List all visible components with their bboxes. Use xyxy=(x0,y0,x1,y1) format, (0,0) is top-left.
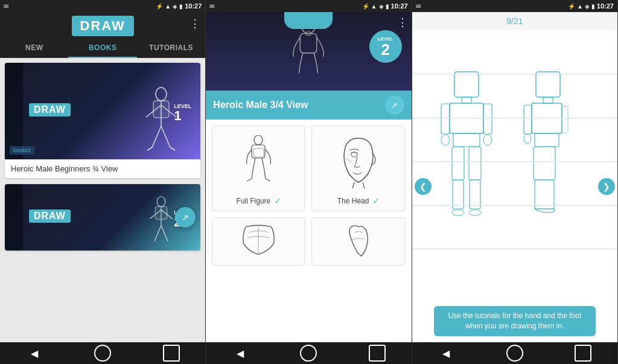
battery-icon-3: ▮ xyxy=(591,3,595,10)
full-figure-svg xyxy=(242,135,275,190)
svg-rect-36 xyxy=(452,147,464,180)
item-full-figure[interactable]: Full Figure ✓ xyxy=(212,126,305,211)
svg-rect-42 xyxy=(536,72,560,97)
svg-point-20 xyxy=(254,135,263,145)
recents-button[interactable] xyxy=(163,345,180,362)
book-cover-content: DRAW LEVEL 1 xyxy=(5,97,200,125)
share-icon: ↗ xyxy=(182,212,189,222)
status-icons-right-2: ⚡ ▲ ◈ ▮ 10:27 xyxy=(362,2,408,10)
recents-button-2[interactable] xyxy=(369,345,386,362)
book-title-1: Heroic Male Beginners ¾ View xyxy=(5,159,200,178)
back-button[interactable]: ◀ xyxy=(26,345,43,362)
status-bar-1: ✉ ⚡ ▲ ◈ ▮ 10:27 xyxy=(0,0,205,12)
check-full-figure: ✓ xyxy=(274,196,281,206)
home-button-2[interactable] xyxy=(300,345,317,362)
battery-icon-2: ▮ xyxy=(386,3,389,10)
svg-rect-28 xyxy=(454,72,479,97)
nav-bar-1: ◀ xyxy=(0,342,205,364)
panel-chapter: ✉ ⚡ ▲ ◈ ▮ 10:27 ⋮ LEVEL 2 xyxy=(206,0,412,364)
status-icons-right-3: ⚡ ▲ ◈ ▮ 10:27 xyxy=(568,2,614,10)
items-grid: Full Figure ✓ xyxy=(212,126,405,266)
arms-svg xyxy=(343,224,374,257)
svg-line-23 xyxy=(247,179,252,181)
svg-point-25 xyxy=(351,152,357,157)
clock: 10:27 xyxy=(185,2,202,10)
books-list: DRAW LEVEL 1 xyxy=(0,58,205,342)
bluetooth-icon-2: ⚡ xyxy=(362,3,369,10)
hero-notch xyxy=(284,12,333,29)
message-icon: ✉ xyxy=(4,3,8,10)
item-chest[interactable] xyxy=(212,217,305,266)
svg-point-35 xyxy=(483,135,492,145)
tutorial-header: 9/21 xyxy=(412,12,617,30)
svg-rect-17 xyxy=(301,34,317,53)
svg-line-24 xyxy=(266,179,270,181)
svg-rect-37 xyxy=(469,147,481,180)
svg-line-6 xyxy=(147,147,152,150)
tab-books[interactable]: BOOKS xyxy=(68,39,136,58)
svg-rect-31 xyxy=(453,133,480,147)
tip-text: Use the tutorials for the hand and the f… xyxy=(448,311,581,330)
status-icons-right: ⚡ ▲ ◈ ▮ 10:27 xyxy=(156,2,202,10)
tab-bar: NEW BOOKS TUTORIALS xyxy=(0,39,205,58)
svg-line-27 xyxy=(363,182,365,188)
check-head: ✓ xyxy=(372,196,380,206)
prev-button[interactable]: ❮ xyxy=(415,178,432,195)
chest-svg xyxy=(239,224,278,257)
svg-rect-49 xyxy=(534,147,555,180)
more-button-2[interactable]: ⋮ xyxy=(397,16,408,29)
more-button[interactable]: ⋮ xyxy=(190,17,200,30)
svg-rect-50 xyxy=(535,180,554,209)
battery-icon: ▮ xyxy=(179,3,183,10)
tip-box: Use the tutorials for the hand and the f… xyxy=(434,306,596,336)
clock-3: 10:27 xyxy=(597,2,614,10)
tab-new[interactable]: NEW xyxy=(0,39,68,58)
book-tag-1: book01 xyxy=(10,146,35,155)
book-cover-content-2: DRAW LEVEL 2 xyxy=(5,203,200,231)
book-card-2[interactable]: DRAW LEVEL 2 ↗ xyxy=(5,184,200,251)
message-icon-2: ✉ xyxy=(209,3,214,10)
wifi-icon-3: ◈ xyxy=(585,3,590,10)
app-header: DRAW ⋮ NEW BOOKS TUTORIALS xyxy=(0,12,205,58)
share-button[interactable]: ↗ xyxy=(385,95,404,115)
item-image-chest xyxy=(235,224,283,257)
head-svg xyxy=(337,135,380,190)
panel-books: ✉ ⚡ ▲ ◈ ▮ 10:27 DRAW ⋮ NEW BOOKS TUTORIA… xyxy=(0,0,206,364)
chapter-items: Full Figure ✓ xyxy=(206,120,411,342)
svg-line-26 xyxy=(352,182,354,188)
nav-bar-3: ◀ xyxy=(412,342,617,364)
bluetooth-icon-3: ⚡ xyxy=(568,3,575,10)
next-button[interactable]: ❯ xyxy=(598,178,615,195)
svg-rect-48 xyxy=(562,106,568,133)
home-button[interactable] xyxy=(94,345,111,362)
signal-icon-2: ▲ xyxy=(371,3,377,10)
svg-point-40 xyxy=(452,209,464,216)
recents-button-3[interactable] xyxy=(575,345,591,362)
back-button-3[interactable]: ◀ xyxy=(438,345,454,362)
svg-point-41 xyxy=(469,209,481,216)
item-footer-full-figure: Full Figure ✓ xyxy=(216,196,301,206)
svg-rect-46 xyxy=(524,105,532,134)
level-badge: LEVEL 2 xyxy=(369,30,402,63)
svg-line-5 xyxy=(161,126,170,147)
book-level-badge-1: LEVEL 1 xyxy=(174,103,191,123)
panel-tutorial: ✉ ⚡ ▲ ◈ ▮ 10:27 9/21 xyxy=(412,0,618,364)
book-card-1[interactable]: DRAW LEVEL 1 xyxy=(5,63,200,178)
item-the-head[interactable]: The Head ✓ xyxy=(311,126,405,211)
item-arms[interactable] xyxy=(311,217,405,266)
wifi-icon: ◈ xyxy=(173,3,177,10)
chapter-hero: ⋮ LEVEL 2 xyxy=(206,12,411,91)
svg-rect-22 xyxy=(253,148,264,157)
status-icons-left-3: ✉ xyxy=(416,3,421,10)
item-image-head xyxy=(334,132,383,193)
svg-rect-29 xyxy=(462,97,471,103)
book-cover-1: DRAW LEVEL 1 xyxy=(5,63,200,159)
back-button-2[interactable]: ◀ xyxy=(232,345,249,362)
signal-icon: ▲ xyxy=(165,3,171,10)
tab-tutorials[interactable]: TUTORIALS xyxy=(137,39,205,58)
home-button-3[interactable] xyxy=(506,345,523,362)
status-bar-2: ✉ ⚡ ▲ ◈ ▮ 10:27 xyxy=(206,0,411,12)
status-icons-left-2: ✉ xyxy=(209,3,214,10)
svg-rect-30 xyxy=(450,103,483,133)
svg-rect-45 xyxy=(535,133,559,147)
